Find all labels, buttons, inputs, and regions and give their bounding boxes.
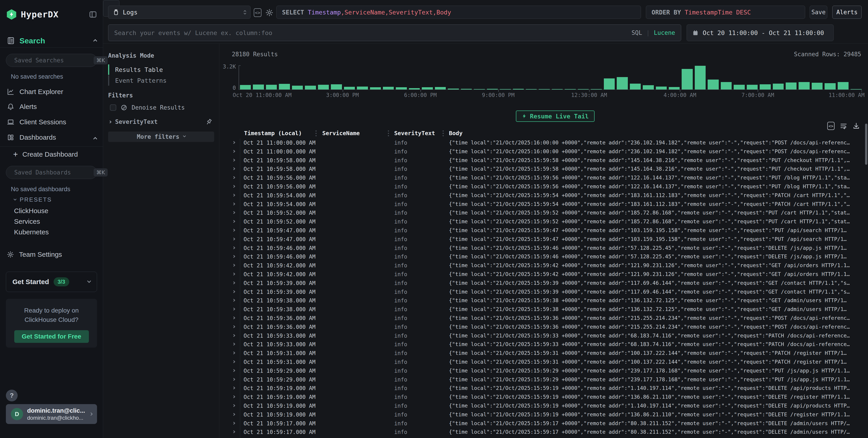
table-row[interactable]: Oct 21 10:59:38.000 AMinfo{"time_local":… — [220, 296, 865, 305]
expand-row-icon[interactable] — [232, 194, 235, 197]
table-row[interactable]: Oct 21 10:59:56.000 AMinfo{"time_local":… — [220, 174, 865, 182]
table-row[interactable]: Oct 21 10:59:33.000 AMinfo{"time_local":… — [220, 332, 865, 340]
expand-row-icon[interactable] — [232, 229, 235, 232]
expand-row-icon[interactable] — [232, 404, 235, 407]
query-language-toggle[interactable]: SQL | Lucene — [631, 29, 675, 36]
histogram-bar[interactable] — [357, 87, 368, 90]
sidebar-item-clickhouse[interactable]: ClickHouse — [14, 207, 49, 215]
lucene-toggle[interactable]: Lucene — [654, 29, 675, 36]
sidebar-item-team-settings[interactable]: Team Settings — [7, 248, 62, 261]
expand-row-icon[interactable] — [232, 281, 235, 284]
histogram-bar[interactable] — [474, 89, 485, 90]
expand-row-icon[interactable] — [232, 273, 235, 275]
date-range-picker[interactable]: Oct 20 11:00:00 - Oct 21 11:00:00 — [687, 25, 834, 41]
sidebar-item-chart-explorer[interactable]: Chart Explorer — [7, 86, 97, 98]
expand-row-icon[interactable] — [232, 308, 235, 310]
histogram-bar[interactable] — [266, 85, 277, 90]
histogram-bar[interactable] — [318, 85, 329, 90]
chevron-up-icon[interactable] — [93, 39, 97, 43]
chevron-up-icon[interactable] — [93, 137, 97, 141]
get-started-free-button[interactable]: Get Started for Free — [14, 330, 89, 343]
histogram-bar[interactable] — [850, 89, 862, 90]
table-row[interactable]: Oct 21 10:59:38.000 AMinfo{"time_local":… — [220, 305, 865, 314]
download-button[interactable] — [852, 122, 860, 130]
table-row[interactable]: Oct 21 10:59:36.000 AMinfo{"time_local":… — [220, 314, 865, 323]
chevron-down-icon[interactable] — [87, 279, 91, 283]
table-row[interactable]: Oct 21 10:59:42.000 AMinfo{"time_local":… — [220, 270, 865, 279]
histogram-bar[interactable] — [721, 82, 732, 90]
histogram-bar[interactable] — [604, 78, 615, 90]
saved-searches-search[interactable]: ⌘K — [6, 54, 97, 67]
histogram-bar[interactable] — [500, 89, 511, 90]
table-row[interactable]: Oct 21 10:59:31.000 AMinfo{"time_local":… — [220, 358, 865, 367]
histogram-bar[interactable] — [838, 82, 848, 90]
histogram-bar[interactable] — [760, 84, 771, 90]
pin-icon[interactable] — [206, 119, 212, 125]
column-resize-handle[interactable] — [443, 130, 444, 136]
table-row[interactable]: Oct 21 10:59:19.000 AMinfo{"time_local":… — [220, 384, 865, 393]
table-row[interactable]: Oct 21 10:59:47.000 AMinfo{"time_local":… — [220, 226, 865, 235]
histogram-bar[interactable] — [513, 89, 524, 90]
saved-dashboards-search[interactable]: ⌘K — [6, 166, 97, 179]
histogram-bar[interactable] — [708, 79, 718, 90]
expand-row-icon[interactable] — [232, 255, 235, 258]
event-search-box[interactable]: SQL | Lucene — [108, 25, 681, 41]
histogram-bar[interactable] — [786, 82, 797, 90]
expand-row-icon[interactable] — [232, 360, 235, 363]
saved-searches-input[interactable] — [14, 57, 90, 64]
table-row[interactable]: Oct 21 10:59:29.000 AMinfo{"time_local":… — [220, 367, 865, 375]
expand-row-icon[interactable] — [232, 185, 235, 188]
histogram-bar[interactable] — [409, 88, 420, 90]
histogram-bar[interactable] — [734, 85, 745, 90]
save-button[interactable]: Save — [810, 6, 827, 19]
filter-group-severitytext[interactable]: SeverityText — [109, 117, 212, 127]
histogram-bar[interactable] — [630, 83, 641, 90]
column-header-timestamp[interactable]: Timestamp (Local) — [244, 130, 302, 136]
denoise-results-filter[interactable]: Denoise Results — [110, 103, 185, 112]
table-row[interactable]: Oct 21 10:59:54.000 AMinfo{"time_local":… — [220, 191, 865, 200]
expand-row-icon[interactable] — [232, 299, 235, 302]
table-row[interactable]: Oct 21 10:59:19.000 AMinfo{"time_local":… — [220, 402, 865, 410]
saved-dashboards-input[interactable] — [14, 169, 90, 176]
expand-row-icon[interactable] — [232, 395, 235, 398]
sidebar-item-kubernetes[interactable]: Kubernetes — [14, 228, 49, 236]
event-search-input[interactable] — [114, 29, 631, 36]
column-resize-handle[interactable] — [315, 130, 317, 136]
histogram-bar[interactable] — [812, 83, 823, 90]
expand-row-icon[interactable] — [232, 264, 235, 267]
expand-row-icon[interactable] — [232, 325, 235, 328]
table-row[interactable]: Oct 21 10:59:54.000 AMinfo{"time_local":… — [220, 200, 865, 209]
histogram-bar[interactable] — [305, 86, 316, 90]
table-row[interactable]: Oct 21 10:59:39.000 AMinfo{"time_local":… — [220, 279, 865, 288]
table-row[interactable]: Oct 21 10:59:29.000 AMinfo{"time_local":… — [220, 375, 865, 384]
denoise-checkbox[interactable] — [110, 104, 116, 111]
sidebar-item-search[interactable]: Search — [7, 36, 97, 46]
expand-row-icon[interactable] — [232, 386, 235, 390]
histogram-bar[interactable] — [591, 89, 601, 90]
table-row[interactable]: Oct 21 10:59:19.000 AMinfo{"time_local":… — [220, 410, 865, 419]
resume-live-tail-button[interactable]: Resume Live Tail — [516, 110, 595, 122]
histogram-bar[interactable] — [617, 77, 628, 90]
more-filters-button[interactable]: More filters — [108, 132, 214, 142]
histogram-bar[interactable] — [526, 89, 537, 90]
sidebar-item-dashboards[interactable]: Dashboards — [7, 131, 97, 144]
column-resize-handle[interactable] — [388, 130, 389, 136]
table-row[interactable]: Oct 21 10:59:46.000 AMinfo{"time_local":… — [220, 252, 865, 261]
select-columns-input[interactable]: SELECT Timestamp ,ServiceName,SeverityTe… — [276, 6, 641, 19]
expand-row-icon[interactable] — [232, 413, 235, 416]
expand-row-icon[interactable] — [232, 238, 235, 240]
table-row[interactable]: Oct 21 11:00:00.000 AMinfo{"time_local":… — [220, 139, 865, 147]
wrap-lines-button[interactable] — [840, 122, 847, 130]
expand-row-icon[interactable] — [232, 422, 235, 425]
histogram-bar[interactable] — [695, 66, 706, 90]
vertical-scrollbar[interactable] — [865, 124, 867, 165]
expand-row-icon[interactable] — [232, 430, 235, 433]
user-menu[interactable]: D dominic.tran@clic... dominic.tran@clic… — [6, 404, 97, 424]
histogram-bar[interactable] — [344, 87, 355, 90]
histogram-bar[interactable] — [292, 86, 303, 90]
table-row[interactable]: Oct 21 10:59:47.000 AMinfo{"time_local":… — [220, 235, 865, 244]
expand-row-icon[interactable] — [232, 343, 235, 345]
histogram-bar[interactable] — [448, 89, 459, 90]
alerts-button[interactable]: Alerts — [832, 6, 862, 19]
column-header-body[interactable]: Body — [449, 130, 463, 136]
